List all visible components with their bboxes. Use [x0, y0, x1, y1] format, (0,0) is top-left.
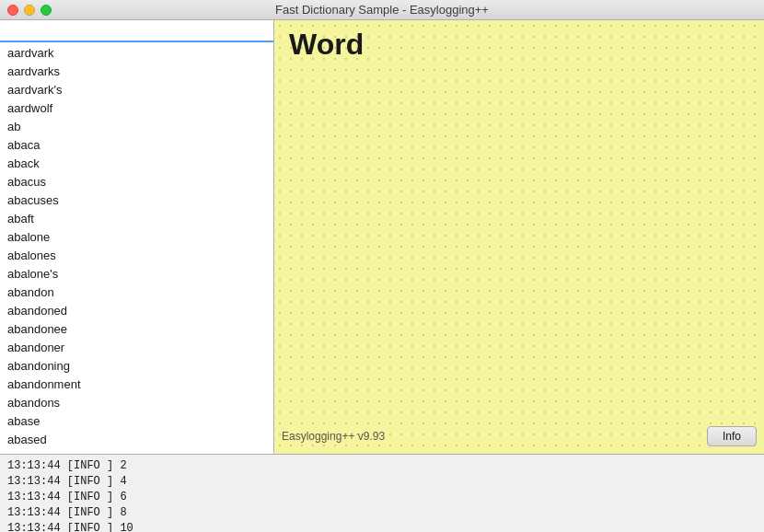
list-item[interactable]: abandonment	[0, 376, 273, 394]
version-label: Easylogging++ v9.93	[282, 430, 385, 443]
list-item[interactable]: aback	[0, 155, 273, 173]
list-item[interactable]: abasement	[0, 449, 273, 454]
right-footer: Easylogging++ v9.93 Info	[282, 426, 757, 446]
log-line: 13:13:44 [INFO ] 6	[7, 490, 757, 505]
word-list: aardvarkaardvarksaardvark'saardwolfababa…	[0, 42, 273, 454]
log-line: 13:13:44 [INFO ] 2	[7, 458, 757, 474]
main-container: aardvarkaardvarksaardvark'saardwolfababa…	[0, 20, 764, 532]
minimize-button[interactable]	[24, 5, 35, 16]
list-item[interactable]: abalone's	[0, 265, 273, 283]
close-button[interactable]	[7, 5, 18, 16]
search-input[interactable]	[0, 20, 273, 42]
list-item[interactable]: abandoning	[0, 357, 273, 376]
maximize-button[interactable]	[41, 5, 52, 16]
list-item[interactable]: abaft	[0, 210, 273, 228]
list-item[interactable]: abacuses	[0, 191, 273, 210]
list-item[interactable]: abandoned	[0, 302, 273, 320]
list-item[interactable]: ab	[0, 118, 273, 136]
list-item[interactable]: abalones	[0, 247, 273, 265]
list-item[interactable]: abacus	[0, 173, 273, 191]
titlebar: Fast Dictionary Sample - Easylogging++	[0, 0, 764, 20]
list-item[interactable]: aardvarks	[0, 63, 273, 81]
word-display: Word	[274, 20, 764, 69]
list-item[interactable]: abased	[0, 431, 273, 449]
info-button[interactable]: Info	[707, 426, 757, 446]
log-line: 13:13:44 [INFO ] 8	[7, 505, 757, 521]
list-item[interactable]: abase	[0, 412, 273, 431]
left-panel: aardvarkaardvarksaardvark'saardwolfababa…	[0, 20, 274, 454]
log-line: 13:13:44 [INFO ] 10	[7, 521, 757, 532]
list-item[interactable]: aardwolf	[0, 99, 273, 118]
log-panel: 13:13:44 [INFO ] 213:13:44 [INFO ] 413:1…	[0, 455, 764, 532]
right-panel: Word Easylogging++ v9.93 Info	[274, 20, 764, 454]
list-item[interactable]: abalone	[0, 228, 273, 247]
window-title: Fast Dictionary Sample - Easylogging++	[275, 3, 489, 17]
list-item[interactable]: abaca	[0, 136, 273, 155]
list-item[interactable]: aardvark	[0, 44, 273, 63]
list-item[interactable]: abandoner	[0, 339, 273, 357]
list-item[interactable]: abandon	[0, 283, 273, 302]
list-item[interactable]: abandonee	[0, 320, 273, 339]
window-controls	[7, 5, 52, 16]
top-section: aardvarkaardvarksaardvark'saardwolfababa…	[0, 20, 764, 455]
log-line: 13:13:44 [INFO ] 4	[7, 474, 757, 490]
list-item[interactable]: abandons	[0, 394, 273, 412]
list-item[interactable]: aardvark's	[0, 81, 273, 99]
